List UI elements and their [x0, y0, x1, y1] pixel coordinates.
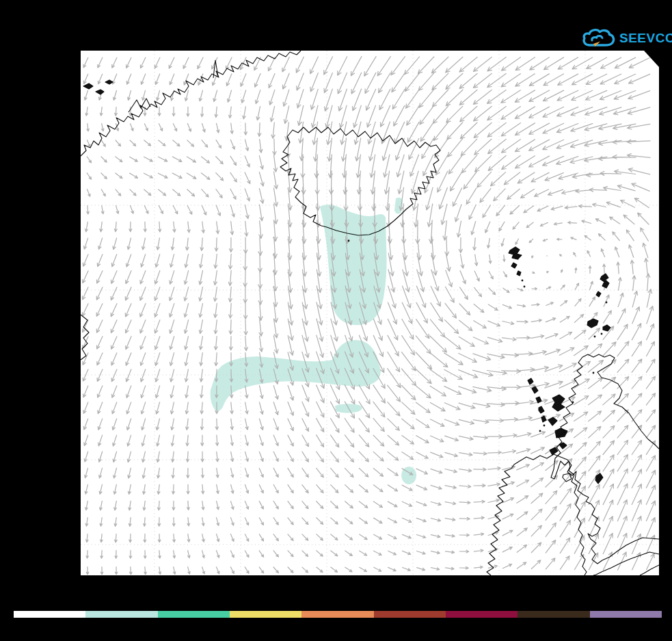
colorbar-segment-5	[301, 611, 373, 618]
colorbar-segment-4	[230, 611, 301, 618]
islet-dot	[539, 430, 541, 432]
colorbar-segment-3	[158, 611, 230, 618]
colorbar-segment-2	[85, 611, 157, 618]
calm-dot	[546, 255, 548, 257]
islet-dot	[572, 402, 574, 404]
colorbar-segment-9	[590, 611, 662, 618]
wind-speed-colorbar	[14, 611, 662, 618]
islet-dot	[524, 286, 526, 288]
cloud-logo-icon	[582, 26, 616, 49]
brand-logo: SEEVCCC	[582, 25, 672, 50]
islet-dot	[543, 425, 546, 427]
colorbar-segment-6	[374, 611, 446, 618]
colorbar-segment-8	[518, 611, 589, 618]
islet-dot	[348, 240, 350, 242]
weather-map-page: SEEVCCC	[0, 0, 672, 641]
brand-logo-text: SEEVCCC	[619, 31, 672, 44]
islet-dot	[601, 333, 603, 335]
islet-dot	[593, 372, 595, 374]
cloud-inner-swirl	[592, 36, 602, 40]
islet-dot	[522, 280, 524, 282]
map-canvas	[81, 51, 659, 575]
wind-vector-map	[81, 51, 659, 575]
islet-dot	[594, 336, 596, 338]
colorbar-segment-7	[446, 611, 518, 618]
colorbar-segment-1	[14, 611, 85, 618]
cloud-outline	[584, 30, 613, 45]
islet-dot	[606, 302, 608, 304]
